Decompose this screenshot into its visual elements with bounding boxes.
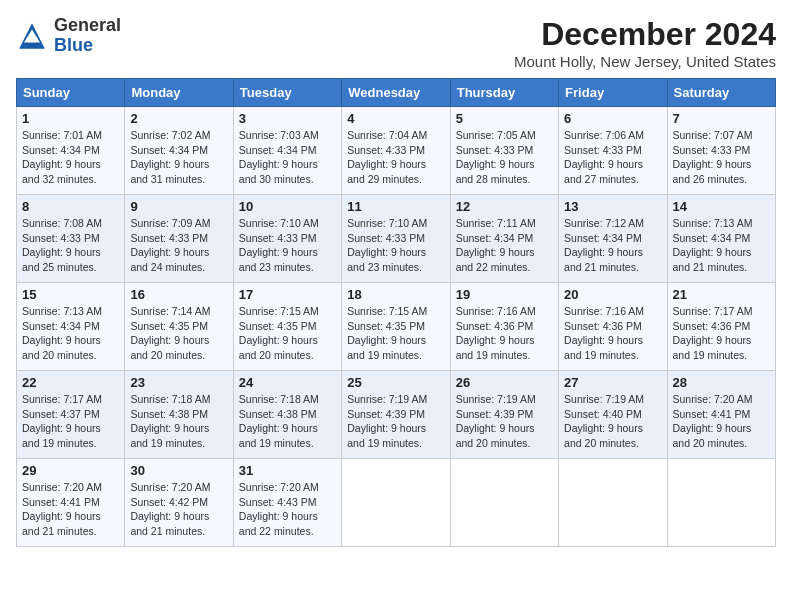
calendar-day-cell: 8Sunrise: 7:08 AMSunset: 4:33 PMDaylight… xyxy=(17,195,125,283)
calendar-day-cell: 5Sunrise: 7:05 AMSunset: 4:33 PMDaylight… xyxy=(450,107,558,195)
day-number: 21 xyxy=(673,287,770,302)
calendar-day-cell: 24Sunrise: 7:18 AMSunset: 4:38 PMDayligh… xyxy=(233,371,341,459)
calendar-day-cell: 22Sunrise: 7:17 AMSunset: 4:37 PMDayligh… xyxy=(17,371,125,459)
day-number: 18 xyxy=(347,287,444,302)
calendar-day-cell: 25Sunrise: 7:19 AMSunset: 4:39 PMDayligh… xyxy=(342,371,450,459)
day-number: 12 xyxy=(456,199,553,214)
day-number: 11 xyxy=(347,199,444,214)
day-number: 8 xyxy=(22,199,119,214)
empty-cell xyxy=(450,459,558,547)
day-number: 9 xyxy=(130,199,227,214)
calendar-day-cell: 29Sunrise: 7:20 AMSunset: 4:41 PMDayligh… xyxy=(17,459,125,547)
calendar-day-cell: 27Sunrise: 7:19 AMSunset: 4:40 PMDayligh… xyxy=(559,371,667,459)
day-number: 4 xyxy=(347,111,444,126)
day-number: 23 xyxy=(130,375,227,390)
logo: General Blue xyxy=(16,16,121,56)
calendar-week-row: 1Sunrise: 7:01 AMSunset: 4:34 PMDaylight… xyxy=(17,107,776,195)
col-friday: Friday xyxy=(559,79,667,107)
calendar-week-row: 22Sunrise: 7:17 AMSunset: 4:37 PMDayligh… xyxy=(17,371,776,459)
day-info: Sunrise: 7:13 AMSunset: 4:34 PMDaylight:… xyxy=(22,304,119,363)
day-info: Sunrise: 7:08 AMSunset: 4:33 PMDaylight:… xyxy=(22,216,119,275)
calendar-day-cell: 12Sunrise: 7:11 AMSunset: 4:34 PMDayligh… xyxy=(450,195,558,283)
calendar-week-row: 8Sunrise: 7:08 AMSunset: 4:33 PMDaylight… xyxy=(17,195,776,283)
day-info: Sunrise: 7:20 AMSunset: 4:41 PMDaylight:… xyxy=(22,480,119,539)
logo-general-text: General xyxy=(54,16,121,36)
day-info: Sunrise: 7:12 AMSunset: 4:34 PMDaylight:… xyxy=(564,216,661,275)
day-number: 25 xyxy=(347,375,444,390)
calendar-day-cell: 26Sunrise: 7:19 AMSunset: 4:39 PMDayligh… xyxy=(450,371,558,459)
calendar-day-cell: 6Sunrise: 7:06 AMSunset: 4:33 PMDaylight… xyxy=(559,107,667,195)
day-info: Sunrise: 7:15 AMSunset: 4:35 PMDaylight:… xyxy=(347,304,444,363)
day-info: Sunrise: 7:15 AMSunset: 4:35 PMDaylight:… xyxy=(239,304,336,363)
calendar-day-cell: 1Sunrise: 7:01 AMSunset: 4:34 PMDaylight… xyxy=(17,107,125,195)
day-info: Sunrise: 7:19 AMSunset: 4:39 PMDaylight:… xyxy=(456,392,553,451)
calendar-day-cell: 20Sunrise: 7:16 AMSunset: 4:36 PMDayligh… xyxy=(559,283,667,371)
empty-cell xyxy=(667,459,775,547)
day-info: Sunrise: 7:04 AMSunset: 4:33 PMDaylight:… xyxy=(347,128,444,187)
calendar-day-cell: 13Sunrise: 7:12 AMSunset: 4:34 PMDayligh… xyxy=(559,195,667,283)
calendar-day-cell: 10Sunrise: 7:10 AMSunset: 4:33 PMDayligh… xyxy=(233,195,341,283)
calendar-day-cell: 11Sunrise: 7:10 AMSunset: 4:33 PMDayligh… xyxy=(342,195,450,283)
calendar-subtitle: Mount Holly, New Jersey, United States xyxy=(514,53,776,70)
day-number: 26 xyxy=(456,375,553,390)
day-info: Sunrise: 7:16 AMSunset: 4:36 PMDaylight:… xyxy=(564,304,661,363)
empty-cell xyxy=(342,459,450,547)
day-info: Sunrise: 7:10 AMSunset: 4:33 PMDaylight:… xyxy=(347,216,444,275)
calendar-title: December 2024 xyxy=(514,16,776,53)
day-info: Sunrise: 7:01 AMSunset: 4:34 PMDaylight:… xyxy=(22,128,119,187)
col-wednesday: Wednesday xyxy=(342,79,450,107)
day-number: 28 xyxy=(673,375,770,390)
day-info: Sunrise: 7:03 AMSunset: 4:34 PMDaylight:… xyxy=(239,128,336,187)
day-info: Sunrise: 7:16 AMSunset: 4:36 PMDaylight:… xyxy=(456,304,553,363)
day-number: 3 xyxy=(239,111,336,126)
calendar-day-cell: 4Sunrise: 7:04 AMSunset: 4:33 PMDaylight… xyxy=(342,107,450,195)
day-number: 20 xyxy=(564,287,661,302)
day-info: Sunrise: 7:20 AMSunset: 4:41 PMDaylight:… xyxy=(673,392,770,451)
day-number: 16 xyxy=(130,287,227,302)
calendar-day-cell: 28Sunrise: 7:20 AMSunset: 4:41 PMDayligh… xyxy=(667,371,775,459)
day-number: 22 xyxy=(22,375,119,390)
calendar-day-cell: 9Sunrise: 7:09 AMSunset: 4:33 PMDaylight… xyxy=(125,195,233,283)
calendar-day-cell: 17Sunrise: 7:15 AMSunset: 4:35 PMDayligh… xyxy=(233,283,341,371)
day-number: 7 xyxy=(673,111,770,126)
day-info: Sunrise: 7:18 AMSunset: 4:38 PMDaylight:… xyxy=(130,392,227,451)
calendar-day-cell: 15Sunrise: 7:13 AMSunset: 4:34 PMDayligh… xyxy=(17,283,125,371)
day-info: Sunrise: 7:06 AMSunset: 4:33 PMDaylight:… xyxy=(564,128,661,187)
day-info: Sunrise: 7:19 AMSunset: 4:39 PMDaylight:… xyxy=(347,392,444,451)
col-sunday: Sunday xyxy=(17,79,125,107)
day-number: 24 xyxy=(239,375,336,390)
day-info: Sunrise: 7:18 AMSunset: 4:38 PMDaylight:… xyxy=(239,392,336,451)
day-number: 19 xyxy=(456,287,553,302)
day-number: 27 xyxy=(564,375,661,390)
day-info: Sunrise: 7:14 AMSunset: 4:35 PMDaylight:… xyxy=(130,304,227,363)
calendar-day-cell: 19Sunrise: 7:16 AMSunset: 4:36 PMDayligh… xyxy=(450,283,558,371)
calendar-header-row: Sunday Monday Tuesday Wednesday Thursday… xyxy=(17,79,776,107)
day-number: 30 xyxy=(130,463,227,478)
day-info: Sunrise: 7:20 AMSunset: 4:42 PMDaylight:… xyxy=(130,480,227,539)
logo-text: General Blue xyxy=(54,16,121,56)
day-info: Sunrise: 7:20 AMSunset: 4:43 PMDaylight:… xyxy=(239,480,336,539)
calendar-week-row: 15Sunrise: 7:13 AMSunset: 4:34 PMDayligh… xyxy=(17,283,776,371)
day-info: Sunrise: 7:02 AMSunset: 4:34 PMDaylight:… xyxy=(130,128,227,187)
day-number: 2 xyxy=(130,111,227,126)
col-tuesday: Tuesday xyxy=(233,79,341,107)
day-info: Sunrise: 7:07 AMSunset: 4:33 PMDaylight:… xyxy=(673,128,770,187)
calendar-day-cell: 23Sunrise: 7:18 AMSunset: 4:38 PMDayligh… xyxy=(125,371,233,459)
day-number: 17 xyxy=(239,287,336,302)
calendar-week-row: 29Sunrise: 7:20 AMSunset: 4:41 PMDayligh… xyxy=(17,459,776,547)
title-area: December 2024 Mount Holly, New Jersey, U… xyxy=(514,16,776,70)
calendar-day-cell: 14Sunrise: 7:13 AMSunset: 4:34 PMDayligh… xyxy=(667,195,775,283)
day-number: 13 xyxy=(564,199,661,214)
day-info: Sunrise: 7:10 AMSunset: 4:33 PMDaylight:… xyxy=(239,216,336,275)
day-number: 31 xyxy=(239,463,336,478)
logo-blue-text: Blue xyxy=(54,36,121,56)
col-thursday: Thursday xyxy=(450,79,558,107)
calendar-day-cell: 31Sunrise: 7:20 AMSunset: 4:43 PMDayligh… xyxy=(233,459,341,547)
day-number: 29 xyxy=(22,463,119,478)
calendar-day-cell: 30Sunrise: 7:20 AMSunset: 4:42 PMDayligh… xyxy=(125,459,233,547)
day-number: 15 xyxy=(22,287,119,302)
day-number: 5 xyxy=(456,111,553,126)
calendar-table: Sunday Monday Tuesday Wednesday Thursday… xyxy=(16,78,776,547)
calendar-day-cell: 3Sunrise: 7:03 AMSunset: 4:34 PMDaylight… xyxy=(233,107,341,195)
day-info: Sunrise: 7:09 AMSunset: 4:33 PMDaylight:… xyxy=(130,216,227,275)
